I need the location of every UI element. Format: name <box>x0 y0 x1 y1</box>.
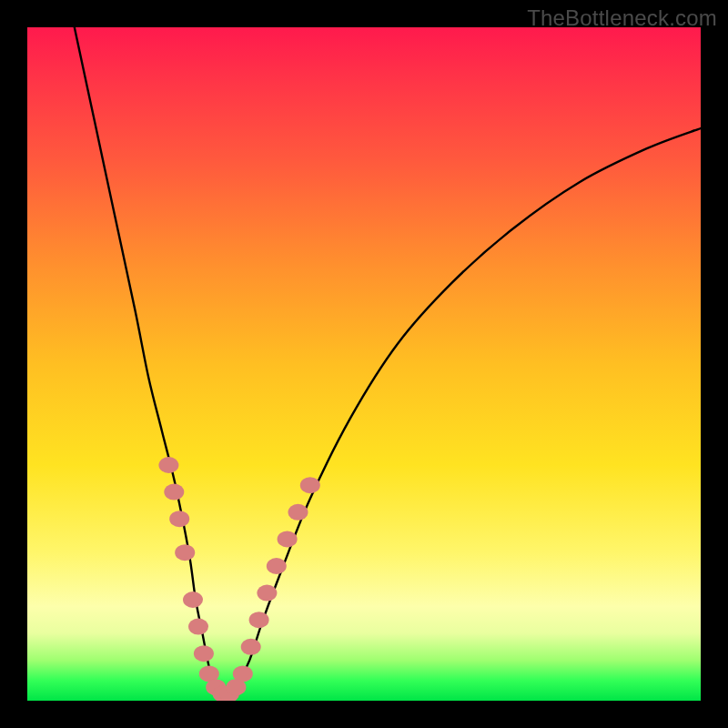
bottleneck-curve <box>75 27 701 695</box>
highlight-dot <box>288 504 308 521</box>
highlight-dots <box>158 457 319 701</box>
highlight-dot <box>164 484 184 500</box>
highlight-dot <box>183 592 203 608</box>
highlight-dot <box>169 511 189 527</box>
highlight-dot <box>300 477 320 493</box>
plot-area <box>27 27 701 701</box>
highlight-dot <box>175 544 195 561</box>
curve-svg <box>27 27 701 701</box>
highlight-dot <box>267 558 287 574</box>
highlight-dot <box>257 585 277 602</box>
highlight-dot <box>233 665 253 682</box>
highlight-dot <box>241 639 261 655</box>
highlight-dot <box>249 612 269 628</box>
chart-frame: TheBottleneck.com <box>0 0 728 728</box>
highlight-dot <box>278 531 298 547</box>
highlight-dot <box>158 457 178 473</box>
highlight-dot <box>188 619 208 635</box>
highlight-dot <box>194 645 214 662</box>
